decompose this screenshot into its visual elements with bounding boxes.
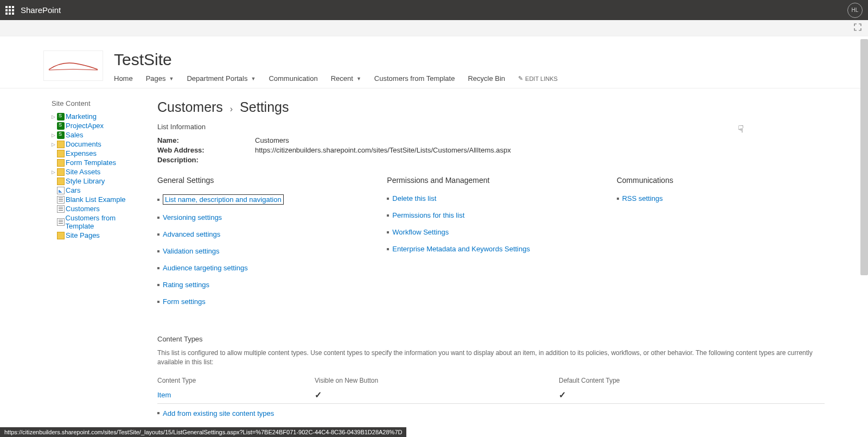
breadcrumb-separator-icon: › (230, 104, 233, 113)
chevron-down-icon: ▼ (251, 76, 256, 81)
folder-icon (57, 178, 65, 185)
expand-caret-icon[interactable]: ▷ (52, 142, 56, 147)
main-content: Customers › Settings List Information Na… (157, 99, 825, 437)
site-info: TestSite Home Pages▼ Department Portals▼… (114, 50, 558, 83)
tree-item-style-library[interactable]: ▷Style Library (52, 176, 141, 186)
breadcrumb: Customers › Settings (157, 99, 825, 115)
nav-customers-template[interactable]: Customers from Template (374, 74, 455, 83)
content-types-description: This list is configured to allow multipl… (157, 349, 825, 367)
tree-item-sales[interactable]: ▷Sales (52, 130, 141, 140)
breadcrumb-parent[interactable]: Customers (157, 99, 223, 115)
bullet-icon (157, 412, 159, 414)
link-permissions[interactable]: Permissions for this list (392, 211, 464, 219)
content-types-table: Content Type Visible on New Button Defau… (157, 375, 825, 404)
nav-recent[interactable]: Recent▼ (331, 74, 361, 83)
bullet-icon (157, 199, 159, 201)
check-icon: ✓ (315, 390, 322, 400)
nav-communication[interactable]: Communication (269, 74, 317, 83)
bullet-icon (157, 250, 159, 252)
link-audience-targeting[interactable]: Audience targeting settings (163, 264, 248, 272)
tree-item-marketing[interactable]: ▷Marketing (52, 112, 141, 121)
info-row-name: Name: Customers (157, 136, 825, 144)
nav-home[interactable]: Home (114, 74, 133, 83)
list-icon (57, 196, 65, 204)
link-delete-list[interactable]: Delete this list (392, 194, 436, 202)
ct-item-link[interactable]: Item (157, 391, 171, 399)
check-icon: ✓ (559, 390, 566, 400)
link-advanced[interactable]: Advanced settings (163, 230, 220, 238)
expand-caret-icon[interactable]: ▷ (52, 114, 56, 119)
web-value[interactable]: https://citizenbuilders.sharepoint.com/s… (255, 146, 511, 154)
col-default: Default Content Type (559, 375, 825, 387)
tree-item-expenses[interactable]: ▷Expenses (52, 149, 141, 158)
suite-bar: SharePoint HL (0, 0, 868, 20)
chevron-down-icon: ▼ (169, 76, 174, 81)
tree-item-projectapex[interactable]: ▷ProjectApex (52, 121, 141, 130)
bullet-icon (157, 267, 159, 269)
col-visible: Visible on New Button (315, 375, 559, 387)
folder-icon (57, 168, 65, 176)
car-logo-icon (46, 58, 100, 74)
app-launcher-icon[interactable] (5, 6, 14, 15)
link-form-settings[interactable]: Form settings (163, 297, 206, 306)
expand-caret-icon[interactable]: ▷ (52, 132, 56, 138)
site-header: TestSite Home Pages▼ Department Portals▼… (0, 36, 868, 88)
link-versioning[interactable]: Versioning settings (163, 213, 222, 221)
link-add-content-type[interactable]: Add from existing site content types (163, 409, 274, 417)
breadcrumb-current: Settings (240, 99, 289, 115)
tree-item-customers[interactable]: ▷Customers (52, 204, 141, 213)
left-nav-header: Site Content (52, 99, 141, 107)
site-logo[interactable] (43, 50, 103, 81)
general-settings-header: General Settings (157, 176, 365, 185)
bullet-icon (157, 233, 159, 236)
bullet-icon (157, 284, 159, 286)
content-types-header: Content Types (157, 335, 825, 343)
folder-icon (57, 232, 65, 239)
expand-caret-icon[interactable]: ▷ (52, 169, 56, 175)
edit-links-button[interactable]: ✎ EDIT LINKS (518, 75, 558, 82)
tree-item-form-templates[interactable]: ▷Form Templates (52, 158, 141, 167)
info-row-web: Web Address: https://citizenbuilders.sha… (157, 146, 825, 154)
nav-department-portals[interactable]: Department Portals▼ (187, 74, 256, 83)
tree-item-blank-list[interactable]: ▷Blank List Example (52, 195, 141, 204)
link-list-name-desc-nav[interactable]: List name, description and navigation (163, 194, 284, 205)
link-enterprise-metadata[interactable]: Enterprise Metadata and Keywords Setting… (392, 245, 530, 253)
tree-item-customers-template[interactable]: ▷Customers from Template (52, 213, 141, 231)
tree-item-cars[interactable]: ▷Cars (52, 186, 141, 195)
site-title[interactable]: TestSite (114, 50, 558, 69)
scrollbar[interactable] (860, 39, 868, 275)
tree-item-site-pages[interactable]: ▷Site Pages (52, 231, 141, 240)
settings-columns: General Settings List name, description … (157, 176, 825, 314)
content-types-section: Content Types This list is configured to… (157, 335, 825, 434)
status-bar-url: https://citizenbuilders.sharepoint.com/s… (0, 427, 406, 437)
app-name: SharePoint (21, 5, 61, 15)
top-nav: Home Pages▼ Department Portals▼ Communic… (114, 74, 558, 83)
folder-icon (57, 159, 65, 167)
communications-header: Communications (617, 176, 825, 185)
chevron-down-icon: ▼ (356, 76, 361, 81)
list-icon (57, 218, 65, 226)
desc-label: Description: (157, 156, 255, 164)
link-rss[interactable]: RSS settings (622, 194, 663, 202)
user-avatar[interactable]: HL (847, 3, 863, 18)
bullet-icon (387, 231, 389, 233)
tree-item-site-assets[interactable]: ▷Site Assets (52, 167, 141, 176)
list-info-header: List Information (157, 123, 825, 131)
link-validation[interactable]: Validation settings (163, 247, 220, 255)
subsite-icon (57, 122, 65, 130)
nav-recycle-bin[interactable]: Recycle Bin (468, 74, 505, 83)
pencil-icon: ✎ (518, 75, 523, 82)
bullet-icon (387, 248, 389, 250)
communications-col: Communications RSS settings (617, 176, 825, 314)
name-value: Customers (255, 136, 289, 144)
tree-item-documents[interactable]: ▷Documents (52, 140, 141, 149)
bullet-icon (157, 217, 159, 219)
left-nav: Site Content ▷Marketing ▷ProjectApex ▷Sa… (52, 99, 141, 437)
nav-pages[interactable]: Pages▼ (146, 74, 174, 83)
permissions-col: Permissions and Management Delete this l… (387, 176, 595, 314)
fullscreen-icon[interactable] (854, 23, 861, 33)
bullet-icon (387, 198, 389, 200)
link-workflow[interactable]: Workflow Settings (392, 228, 449, 236)
info-row-desc: Description: (157, 156, 825, 164)
link-rating[interactable]: Rating settings (163, 281, 209, 289)
